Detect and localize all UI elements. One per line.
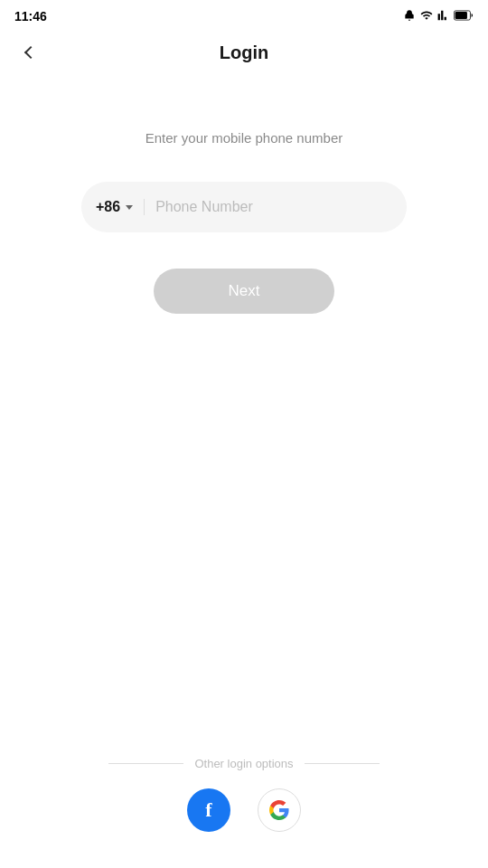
google-icon — [268, 799, 290, 821]
other-login-text: Other login options — [194, 757, 293, 770]
facebook-icon: f — [205, 798, 211, 822]
battery-icon — [454, 10, 474, 24]
social-login-row: f — [187, 788, 301, 832]
phone-input-container: +86 — [81, 182, 407, 232]
bottom-section: Other login options f — [0, 757, 488, 832]
wifi-icon — [419, 9, 434, 24]
other-login-divider: Other login options — [108, 757, 380, 770]
phone-number-input[interactable] — [155, 199, 392, 215]
dropdown-arrow-icon — [126, 205, 133, 210]
signal-icon — [437, 9, 450, 24]
divider-line-left — [108, 763, 183, 764]
svg-rect-1 — [455, 12, 467, 19]
divider-line-right — [305, 763, 380, 764]
main-content: Enter your mobile phone number +86 Next — [0, 76, 488, 350]
country-code-text: +86 — [96, 199, 120, 215]
status-icons — [403, 9, 474, 24]
facebook-login-button[interactable]: f — [187, 788, 230, 832]
top-nav: Login — [0, 29, 488, 76]
page-title: Login — [220, 42, 268, 63]
back-button[interactable] — [14, 36, 47, 69]
back-arrow-icon — [24, 46, 37, 59]
country-code-selector[interactable]: +86 — [96, 199, 145, 215]
notification-icon — [403, 9, 416, 24]
next-button[interactable]: Next — [154, 269, 334, 314]
google-login-button[interactable] — [258, 788, 301, 832]
instruction-text: Enter your mobile phone number — [145, 130, 343, 146]
status-time: 11:46 — [14, 9, 47, 24]
status-bar: 11:46 — [0, 0, 488, 29]
